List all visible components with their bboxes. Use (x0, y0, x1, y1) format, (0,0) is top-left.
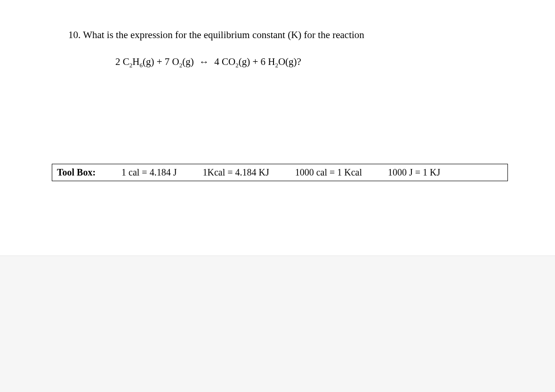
chemical-equation: 2 C2H6(g) + 7 O2(g) ↔ 4 CO2(g) + 6 H2O(g… (68, 56, 503, 69)
plus-2: + (250, 56, 260, 67)
toolbox-item-2: 1Kcal = 4.184 KJ (202, 167, 269, 178)
equilibrium-arrow: ↔ (199, 56, 209, 68)
elem-co: CO (222, 56, 235, 67)
coef-2: 7 (165, 56, 172, 67)
elem-h: H (132, 56, 139, 67)
toolbox-label: Tool Box: (57, 167, 96, 178)
spacer-1 (194, 56, 196, 67)
toolbox-item-4: 1000 J = 1 KJ (388, 167, 440, 178)
state-4: (g)? (285, 56, 301, 67)
toolbox-item-1: 1 cal = 4.184 J (121, 167, 177, 178)
elem-o2: O (278, 56, 285, 67)
coef-3: 4 (214, 56, 222, 67)
coef-4: 6 (260, 56, 268, 67)
question-text-body: What is the expression for the equilibri… (83, 29, 364, 40)
bottom-panel (0, 256, 555, 392)
state-3: (g) (239, 56, 250, 67)
question-number: 10. (68, 29, 80, 40)
toolbox-item-3: 1000 cal = 1 Kcal (295, 167, 362, 178)
elem-o: O (172, 56, 179, 67)
tool-box: Tool Box: 1 cal = 4.184 J 1Kcal = 4.184 … (52, 164, 508, 181)
coef-1: 2 (115, 56, 123, 67)
state-2: (g) (182, 56, 194, 67)
elem-h2: H (268, 56, 275, 67)
document-content: 10. What is the expression for the equil… (0, 0, 555, 181)
question-prompt: 10. What is the expression for the equil… (68, 28, 503, 42)
plus-1: + (154, 56, 164, 67)
elem-c: C (123, 56, 129, 67)
state-1: (g) (143, 56, 154, 67)
